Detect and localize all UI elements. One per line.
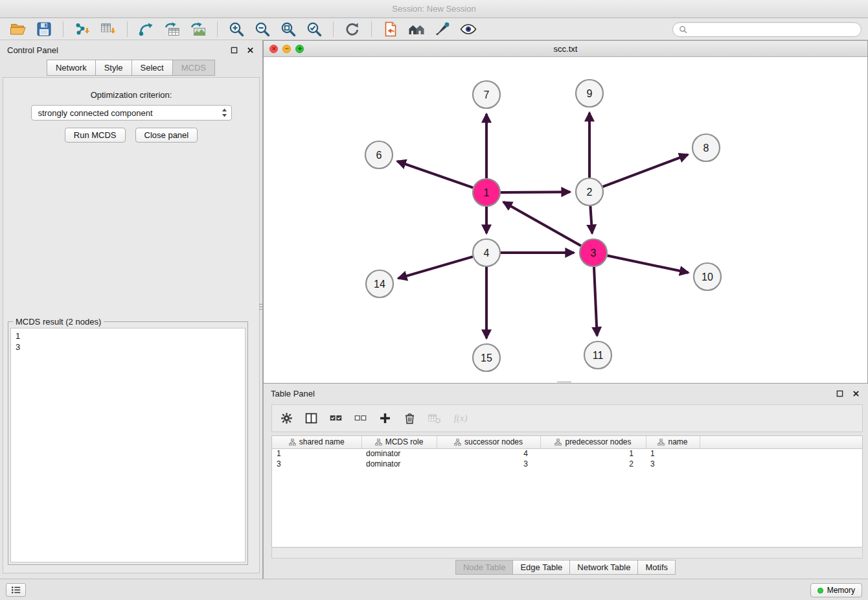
edge-1-2[interactable]	[501, 192, 570, 192]
edge-3-11[interactable]	[594, 267, 597, 336]
cell-mcds-role[interactable]: dominator	[361, 448, 437, 459]
cell-name[interactable]: 1	[646, 448, 700, 459]
toolbar-search-input[interactable]	[691, 25, 855, 34]
import-table-icon[interactable]	[98, 19, 119, 39]
column-header-successor-nodes[interactable]: successor nodes	[437, 436, 540, 448]
float-panel-icon[interactable]	[229, 45, 239, 55]
table-scrollbar[interactable]	[271, 548, 863, 559]
column-header-mcds-role[interactable]: MCDS role	[361, 436, 437, 448]
node-label: 4	[484, 248, 490, 259]
window-controls	[269, 41, 304, 56]
table-row[interactable]: 3dominator323	[272, 459, 862, 469]
edge-3-1[interactable]	[503, 202, 581, 246]
cell-shared-name[interactable]: 1	[272, 448, 361, 459]
node-10[interactable]: 10	[694, 263, 721, 290]
add-column-icon[interactable]	[378, 411, 392, 425]
cell-mcds-role[interactable]: dominator	[361, 459, 437, 469]
edge-3-10[interactable]	[608, 256, 689, 273]
style-brush-icon[interactable]	[432, 19, 453, 39]
node-3[interactable]: 3	[580, 239, 607, 266]
node-6[interactable]: 6	[365, 141, 393, 168]
refresh-icon[interactable]	[342, 19, 363, 39]
table-row[interactable]: 1dominator411	[272, 448, 862, 459]
close-panel-button[interactable]: Close panel	[135, 128, 198, 143]
network-canvas[interactable]: 7968124314101511	[264, 57, 867, 383]
toolbar-separator	[371, 21, 372, 37]
close-panel-icon[interactable]	[246, 45, 255, 55]
save-session-icon[interactable]	[34, 19, 54, 39]
run-mcds-button[interactable]: Run MCDS	[65, 128, 126, 143]
cell-shared-name[interactable]: 3	[272, 459, 361, 469]
cell-successor-nodes[interactable]: 4	[437, 448, 540, 459]
select-all-columns-icon[interactable]	[329, 411, 343, 425]
memory-button[interactable]: Memory	[810, 583, 862, 597]
tab-mcds[interactable]: MCDS	[172, 60, 215, 76]
node-table: shared nameMCDS rolesuccessor nodesprede…	[272, 436, 862, 469]
vertical-splitter-grip[interactable]	[258, 298, 264, 315]
tab-node-table[interactable]: Node Table	[455, 560, 514, 575]
column-header-predecessor-nodes[interactable]: predecessor nodes	[540, 436, 646, 448]
column-label: name	[668, 437, 687, 446]
tab-select[interactable]: Select	[131, 60, 173, 76]
open-file-icon[interactable]	[8, 19, 29, 39]
zoom-in-icon[interactable]	[226, 19, 247, 39]
control-panel: Control Panel NetworkStyleSelectMCDS Opt…	[0, 40, 263, 579]
node-11[interactable]: 11	[584, 341, 611, 369]
export-document-icon[interactable]	[380, 19, 401, 39]
edge-4-14[interactable]	[398, 257, 473, 279]
zoom-out-icon[interactable]	[252, 19, 273, 39]
edge-2-3[interactable]	[590, 206, 592, 233]
tab-network[interactable]: Network	[47, 60, 96, 76]
cell-name[interactable]: 3	[646, 459, 700, 469]
tab-style[interactable]: Style	[95, 60, 132, 76]
edge-2-8[interactable]	[603, 155, 688, 187]
node-label: 8	[703, 143, 709, 154]
toolbar-separator	[217, 21, 218, 37]
export-image-icon[interactable]	[188, 19, 209, 39]
show-details-icon[interactable]	[458, 19, 479, 39]
tab-network-table[interactable]: Network Table	[569, 560, 638, 575]
node-15[interactable]: 15	[473, 344, 500, 371]
maximize-window-button[interactable]	[295, 45, 304, 53]
tab-edge-table[interactable]: Edge Table	[512, 560, 570, 575]
node-4[interactable]: 4	[473, 239, 500, 266]
new-table-icon[interactable]	[162, 19, 183, 39]
task-history-button[interactable]	[6, 583, 26, 597]
node-1[interactable]: 1	[473, 179, 500, 206]
minimize-window-button[interactable]	[282, 45, 291, 53]
mcds-result-list[interactable]: 13	[10, 328, 246, 562]
zoom-selected-icon[interactable]	[304, 19, 325, 39]
import-network-icon[interactable]	[72, 19, 93, 39]
node-table-container: shared nameMCDS rolesuccessor nodesprede…	[271, 435, 863, 548]
delete-columns-icon[interactable]	[403, 411, 417, 425]
table-settings-icon[interactable]	[280, 411, 293, 425]
cell-predecessor-nodes[interactable]: 1	[540, 448, 646, 459]
close-window-button[interactable]	[269, 45, 278, 53]
network-overview-icon[interactable]	[406, 19, 427, 39]
node-14[interactable]: 14	[366, 270, 393, 297]
network-window-title: scc.txt	[554, 44, 578, 54]
node-8[interactable]: 8	[692, 134, 720, 161]
new-network-icon[interactable]	[136, 19, 157, 39]
node-2[interactable]: 2	[576, 178, 603, 205]
unselect-all-columns-icon[interactable]	[354, 411, 367, 425]
table-panel-title: Table Panel	[271, 389, 315, 398]
cell-predecessor-nodes[interactable]: 2	[540, 459, 646, 469]
criterion-select[interactable]: strongly connected component	[31, 105, 232, 121]
node-7[interactable]: 7	[473, 81, 500, 108]
column-sort-icon	[657, 439, 665, 446]
close-table-panel-icon[interactable]	[851, 389, 861, 398]
column-header-shared-name[interactable]: shared name	[272, 436, 361, 448]
tab-motifs[interactable]: Motifs	[637, 560, 676, 575]
column-header-name[interactable]: name	[646, 436, 700, 448]
zoom-fit-icon[interactable]	[278, 19, 299, 39]
column-sort-icon	[375, 439, 382, 446]
node-9[interactable]: 9	[576, 80, 603, 107]
edge-1-6[interactable]	[397, 161, 473, 188]
toolbar-separator	[127, 21, 128, 37]
cell-filler	[700, 459, 862, 469]
cell-successor-nodes[interactable]: 3	[437, 459, 540, 469]
mcds-result-item: 3	[16, 341, 240, 352]
float-table-panel-icon[interactable]	[835, 389, 845, 398]
toggle-columns-icon[interactable]	[304, 411, 318, 425]
